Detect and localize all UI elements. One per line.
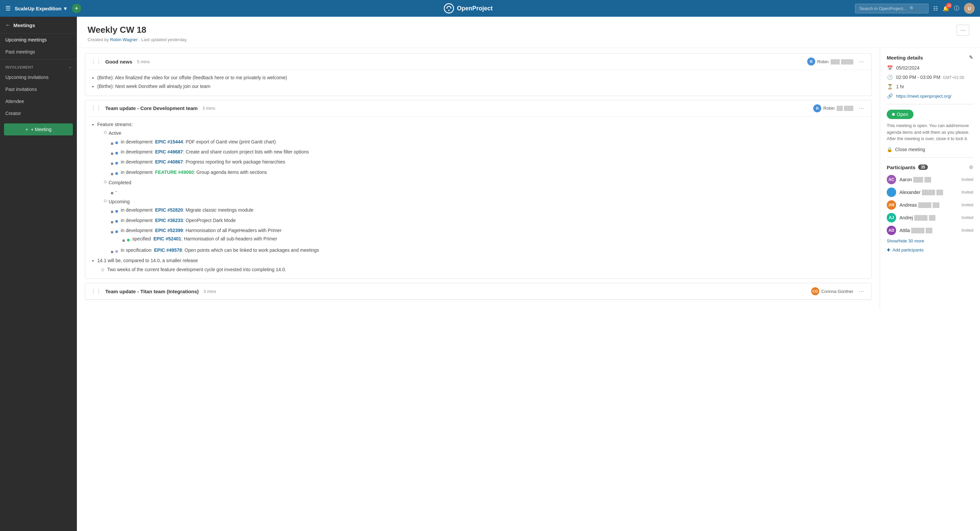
section-toggle-icon[interactable]: ⌄ [68,65,72,69]
epic-link[interactable]: EPIC #49578 [154,247,182,253]
back-icon[interactable]: ← [5,22,11,28]
epic-link[interactable]: EPIC #52820 [155,207,183,213]
list-item: ■ in development EPIC #49687: Create and… [111,148,866,157]
author-avatar: R [813,104,821,112]
agenda-author-core: R Robin ██ ███ [813,104,853,112]
add-meeting-button[interactable]: + + Meeting [4,123,73,136]
sidebar-item-past-invitations[interactable]: Past invitations [0,83,77,95]
sidebar-item-past-meetings[interactable]: Past meetings [0,46,77,58]
agenda-duration-titan: 3 mins [203,289,216,294]
list-item: Feature streams: Active ■ [97,121,866,255]
meeting-date: 05/02/2024 [896,65,920,70]
grid-icon[interactable]: ☷ [933,5,938,12]
show-more-participants-link[interactable]: Show/hide 30 more [887,238,973,244]
participant-status: Invited [962,215,973,220]
participant-avatar [887,188,896,197]
add-button[interactable]: + [72,4,81,13]
drag-handle-icon[interactable]: ⋮⋮ [91,105,101,112]
page-title: Weekly CW 18 [88,25,188,35]
meeting-time-row: 🕐 02:00 PM - 03:00 PM GMT+01:00 [887,75,973,80]
openproject-logo: OpenProject [444,3,493,14]
list-item: 14.1 will be, compared to 14.0, a smalle… [97,257,866,264]
agenda-author-titan: CG Corinna Günther [811,287,853,295]
add-participants-link[interactable]: ✚ Add participants [887,247,973,252]
edit-icon[interactable]: ✎ [969,54,973,61]
sidebar: ← Meetings Upcoming meetings Past meetin… [0,17,77,531]
meeting-link-row: 🔗 https://meet.openproject.org/ [887,93,973,99]
participant-status: Invited [962,203,973,207]
agenda-title-core: Team update - Core Development team [105,105,197,111]
list-item: Two weeks of the current feature develop… [101,266,866,273]
sidebar-header: ← Meetings [0,17,77,34]
meeting-status-description: This meeting is open. You can add/remove… [887,123,973,142]
agenda-more-button[interactable]: ⋯ [857,58,866,65]
epic-link[interactable]: EPIC #52401 [153,236,181,241]
sidebar-item-upcoming-meetings[interactable]: Upcoming meetings [0,34,77,46]
agenda-title-titan: Team update - Titan team (Integrations) [105,289,199,294]
meeting-details-title: Meeting details ✎ [887,54,973,61]
participant-avatar: AN [887,200,896,210]
author-link[interactable]: Robin Wagner [110,37,138,42]
list-item: Upcoming [104,198,866,205]
list-item: Active [104,129,866,137]
participant-avatar: AC [887,175,896,184]
participant-row: AJ Andrej ████ ██ Invited [887,213,973,222]
agenda-duration-core: 3 mins [202,106,215,111]
participants-header: Participants 35 ⚙ [887,164,973,170]
participant-row: AD Attila ████ ██ Invited [887,226,973,235]
meeting-url[interactable]: https://meet.openproject.org/ [896,94,951,99]
epic-link[interactable]: EPIC #49687 [155,149,183,155]
participants-settings-button[interactable]: ⚙ [969,164,973,170]
epic-link[interactable]: EPIC #52399 [155,228,183,233]
list-item: (Birthe): Next week Dorothee will alread… [97,83,866,90]
epic-link[interactable]: EPIC #40867 [155,159,183,164]
epic-link[interactable]: EPIC #15444 [155,139,183,144]
agenda-duration-good-news: 5 mins [137,59,150,64]
agenda-item-good-news: ⋮⋮ Good news 5 mins R Robin ███ ████ ⋯ [85,53,872,96]
epic-link[interactable]: EPIC #36233 [155,218,183,223]
agenda-item-team-core: ⋮⋮ Team update - Core Development team 3… [85,100,872,279]
participant-status: Invited [962,228,973,233]
list-item: ■ in development EPIC #52399: Harmonisat… [111,227,866,246]
notifications-icon[interactable]: 🔔 10 [943,5,949,12]
list-item: ■ in development EPIC #40867: Progress r… [111,158,866,167]
agenda-content-core: Feature streams: Active ■ [85,117,871,279]
agenda-author-good-news: R Robin ███ ████ [807,57,853,65]
meeting-time: 02:00 PM - 03:00 PM GMT+01:00 [896,75,964,80]
agenda-more-button[interactable]: ⋯ [857,104,866,112]
plus-circle-icon: ✚ [887,247,891,252]
list-item: ■ in development EPIC #15444: PDF export… [111,138,866,147]
feature-link[interactable]: FEATURE #49060 [155,169,194,175]
agenda-content-good-news: (Birthe): Alex finalized the video for o… [85,70,871,96]
list-item: ■ in development EPIC #52820: Migrate cl… [111,206,866,215]
sidebar-item-attendee[interactable]: Attendee [0,95,77,107]
sidebar-item-creator[interactable]: Creator [0,107,77,120]
drag-handle-icon[interactable]: ⋮⋮ [91,59,101,65]
list-item: ■ in development EPIC #36233: OpenProjec… [111,217,866,226]
list-item: ■ specified EPIC #52401: Harmonisation o… [122,235,282,244]
close-meeting-link[interactable]: 🔒 Close meeting [887,147,973,152]
search-box[interactable]: Search in OpenProject... 🔍 [855,4,929,13]
agenda-more-button[interactable]: ⋯ [857,287,866,295]
drag-handle-icon[interactable]: ⋮⋮ [91,288,101,295]
open-status-badge: Open [887,110,913,119]
participant-status: Invited [962,190,973,195]
project-name[interactable]: ScaleUp Expedition ▼ [15,6,68,11]
sidebar-section-involvement: INVOLVEMENT ⌄ [0,61,77,71]
notification-badge: 10 [946,3,952,9]
sidebar-item-upcoming-invitations[interactable]: Upcoming invitations [0,71,77,83]
lock-icon: 🔒 [887,147,892,152]
list-item: Completed [104,179,866,186]
page-subtitle: Created by Robin Wagner . Last updated y… [88,37,188,42]
participant-row: AC Aaron ███ ██ Invited [887,175,973,184]
participant-status: Invited [962,177,973,182]
top-navigation: ☰ ScaleUp Expedition ▼ + OpenProject Sea… [0,0,980,17]
participant-name: Andreas ████ ██ [899,202,958,208]
help-icon[interactable]: ⓘ [954,5,959,12]
list-item: ■ in specification EPIC #49578: Open poi… [111,246,866,255]
more-options-button[interactable]: ⋯ [956,25,969,36]
participant-row: Alexander ████ ██ Invited [887,188,973,197]
hamburger-icon[interactable]: ☰ [5,5,11,12]
user-avatar[interactable]: U [964,3,975,14]
svg-point-0 [444,4,453,13]
